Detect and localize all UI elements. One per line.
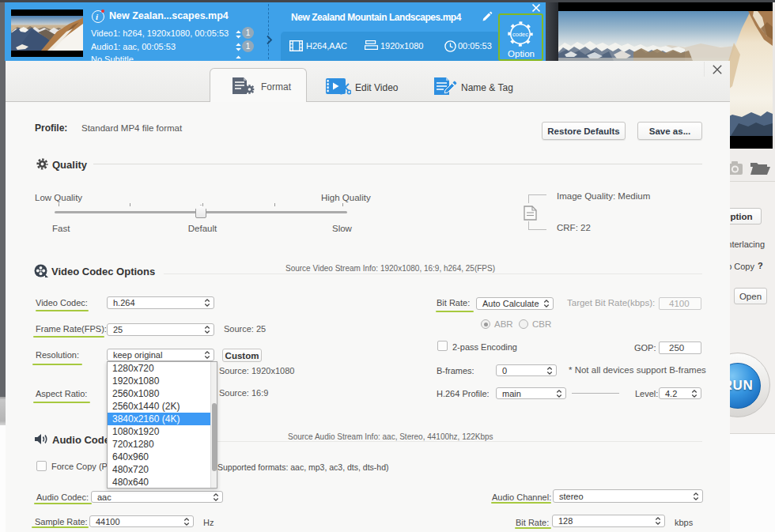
- svg-text:codec: codec: [512, 31, 528, 38]
